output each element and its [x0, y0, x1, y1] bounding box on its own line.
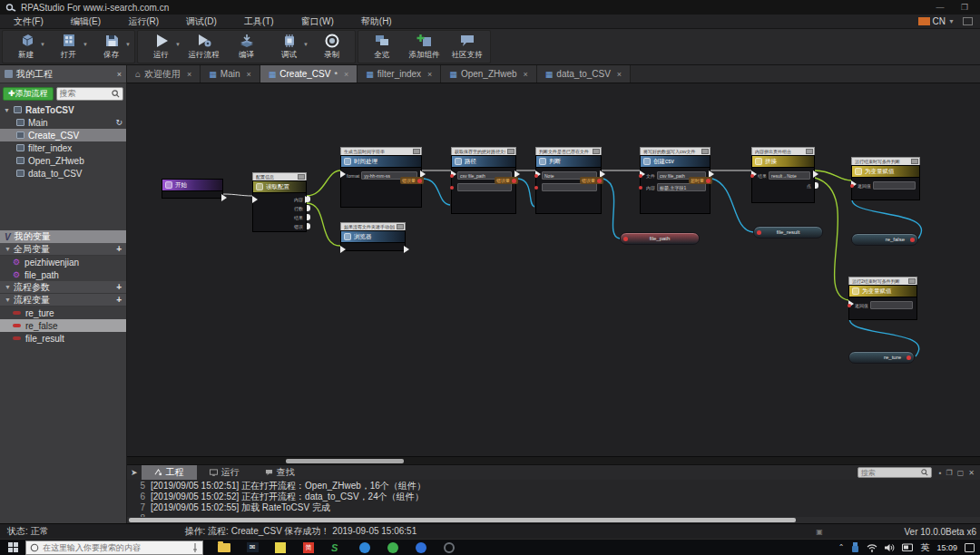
comment-toggle-icon[interactable] — [298, 174, 305, 180]
variable-file-result[interactable]: file_result — [0, 332, 126, 345]
comment-toggle-icon[interactable] — [908, 278, 916, 284]
variable-re-ture[interactable]: re_ture — [0, 307, 126, 319]
red-input-port[interactable] — [534, 174, 538, 178]
red-input-port[interactable] — [450, 174, 454, 178]
tab-main[interactable]: ▦ Main × — [201, 65, 260, 83]
node-header[interactable]: 判断 — [535, 155, 602, 167]
comment-toggle-icon[interactable] — [507, 149, 514, 154]
add-global-variable-button[interactable]: + — [116, 244, 122, 254]
section-flow-parameters[interactable]: ▼ 流程参数 + — [0, 281, 126, 294]
node-caption[interactable]: 获取保存至的绝对路径文件 — [451, 147, 516, 155]
log-horizontal-scrollbar[interactable] — [127, 517, 980, 523]
language-switcher[interactable]: CN ▼ — [918, 16, 973, 26]
tab-welcome[interactable]: ⌂ 欢迎使用 × — [127, 65, 201, 83]
community-support-button[interactable]: 社区支持 — [446, 31, 488, 63]
output-port[interactable] — [221, 194, 227, 201]
node-caption[interactable]: 如果没有文件夹请手动创建 — [340, 222, 406, 230]
add-flow-variable-button[interactable]: + — [116, 295, 122, 305]
node-caption[interactable]: 运行结束时写条件判断 — [851, 157, 920, 165]
red-app-icon[interactable]: 简 — [302, 541, 315, 554]
property-value-field[interactable]: result→Note — [769, 171, 810, 180]
green-swoosh-app-icon[interactable]: S — [330, 541, 343, 554]
tab-data-to-csv[interactable]: ▦ data_to_CSV × — [537, 65, 631, 83]
flow-canvas[interactable]: 开始配置信息读取配置内容行数结果错误生成当前时间字符串时间处理错误量format… — [127, 83, 980, 456]
output-port[interactable] — [813, 170, 818, 178]
log-search-input[interactable] — [861, 469, 921, 477]
flow-node-assign-var-false[interactable]: 运行结束时写条件判断为变量赋值返回值 — [851, 157, 920, 200]
variable-node-pill-re-false[interactable]: re_false — [851, 233, 918, 246]
tab-run-log[interactable]: 运行 — [197, 465, 252, 480]
dropdown-caret-icon[interactable]: ▼ — [125, 42, 131, 47]
project-search-input[interactable] — [60, 89, 112, 98]
sticky-notes-icon[interactable] — [274, 541, 287, 554]
project-search[interactable] — [56, 87, 123, 101]
menu-help[interactable]: 帮助(H) — [348, 15, 406, 29]
tab-find[interactable]: 查找 — [252, 465, 308, 480]
node-caption[interactable]: 生成当前时间字符串 — [340, 147, 422, 155]
comment-toggle-icon[interactable] — [911, 159, 918, 164]
variable-node-pill-re-ture[interactable]: re_ture — [848, 351, 915, 364]
variable-node-pill-file-path[interactable]: file_path — [620, 232, 700, 245]
pin-icon[interactable]: ▪ — [939, 469, 942, 477]
close-icon[interactable]: × — [117, 70, 122, 79]
tree-item-filter-index[interactable]: filter_index — [0, 141, 126, 154]
section-expand-icon[interactable]: ▼ — [5, 297, 11, 303]
comment-toggle-icon[interactable] — [701, 149, 709, 154]
restore-panel-icon[interactable]: ❐ — [946, 469, 953, 477]
compile-button[interactable]: 编译 — [225, 31, 268, 63]
tab-close-icon[interactable]: × — [247, 70, 251, 79]
error-output-port[interactable]: 错误量 — [400, 177, 424, 184]
add-flow-button[interactable]: ✚ 添加流程 — [3, 87, 54, 101]
tab-filter-index[interactable]: ▦ filter_index × — [358, 65, 441, 83]
section-global-variables[interactable]: ▼ 全局变量 + — [0, 243, 126, 256]
dropdown-caret-icon[interactable]: ▼ — [303, 42, 309, 47]
run-button[interactable]: ▼ 运行 — [140, 31, 182, 63]
green-app-icon[interactable] — [387, 541, 399, 554]
minimize-button[interactable]: — — [930, 2, 950, 13]
wifi-icon[interactable] — [867, 543, 877, 552]
error-output-port[interactable]: 超时量 — [689, 177, 712, 184]
node-header[interactable]: 浏览器 — [340, 230, 406, 242]
property-value-field[interactable] — [870, 301, 913, 309]
log-search[interactable] — [858, 467, 932, 478]
error-output-port[interactable]: 错误量 — [495, 177, 518, 184]
blue-browser-icon[interactable] — [358, 541, 371, 554]
node-header[interactable]: 时间处理 — [340, 155, 422, 167]
node-caption[interactable]: 判断文件是否已存在文件 — [535, 147, 602, 155]
error-output-port[interactable]: 错误量 — [580, 177, 603, 184]
variable-re-false[interactable]: re_false — [0, 319, 126, 332]
variable-node-pill-file-result[interactable]: file_result — [753, 226, 823, 239]
flow-node-merge[interactable]: 内容拼出页外组合拼接结果result→Note点 — [751, 147, 815, 203]
variable-port[interactable] — [757, 230, 761, 235]
input-port[interactable] — [340, 170, 346, 178]
tab-close-icon[interactable]: × — [427, 70, 432, 79]
property-value-field[interactable] — [873, 181, 916, 190]
menu-debug[interactable]: 调试(D) — [172, 15, 230, 29]
ime-language-indicator[interactable]: 英 — [920, 541, 929, 554]
flow-node-get-path[interactable]: 获取保存至的绝对路径文件路径错误量csv file_path — [451, 147, 516, 214]
property-value-field[interactable] — [457, 183, 512, 191]
tree-item-data-to-csv[interactable]: data_to_CSV — [0, 167, 126, 180]
property-value-field[interactable]: 标题,主字段1 — [657, 183, 706, 191]
tree-expand-icon[interactable]: ▼ — [4, 107, 10, 113]
red-input-port[interactable] — [639, 186, 642, 190]
dropdown-caret-icon[interactable]: ▼ — [83, 42, 88, 47]
volume-icon[interactable] — [885, 543, 895, 552]
menu-run[interactable]: 运行(R) — [114, 15, 172, 29]
blue-app-icon[interactable] — [415, 541, 427, 554]
tab-close-icon[interactable]: × — [344, 70, 348, 79]
node-caption[interactable]: 将写好的数据写入csv文件 — [640, 147, 710, 155]
tree-item-open-zhweb[interactable]: Open_ZHweb — [0, 154, 126, 167]
tree-item-main[interactable]: Main ↻ — [0, 116, 126, 129]
open-button[interactable]: ▼ 打开 — [47, 31, 90, 63]
tab-close-icon[interactable]: × — [524, 70, 528, 79]
tab-create-csv[interactable]: ▦ Create_CSV * × — [260, 65, 358, 83]
input-port[interactable] — [340, 246, 346, 253]
tree-root-ratetocsv[interactable]: ▼ RateToCSV — [0, 103, 126, 116]
run-flow-button[interactable]: 运行流程 — [182, 31, 225, 63]
node-caption[interactable]: 内容拼出页外组合 — [751, 147, 815, 155]
comment-toggle-icon[interactable] — [806, 149, 813, 154]
menu-window[interactable]: 窗口(W) — [288, 15, 348, 29]
node-header[interactable]: 为变量赋值 — [851, 165, 920, 177]
taskbar-search[interactable] — [25, 540, 203, 555]
